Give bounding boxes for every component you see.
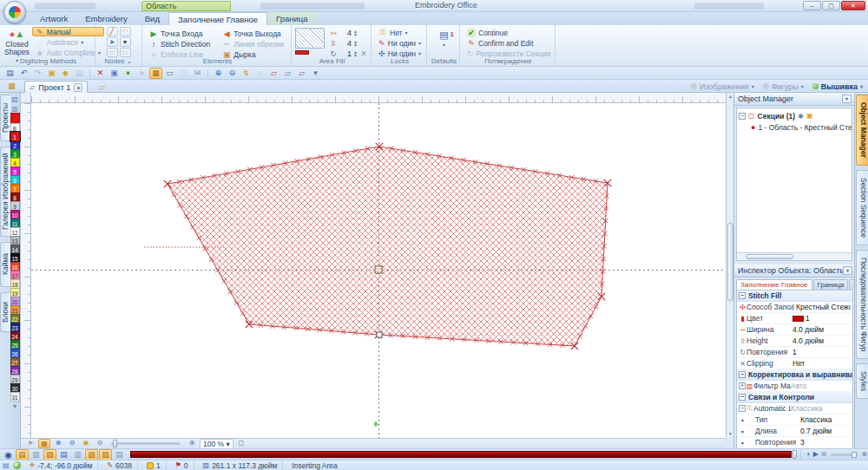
zoom-level-value[interactable]: 100 % ▾ xyxy=(200,439,233,449)
confirm-and-edit-button[interactable]: ✎Confirm and Edit xyxy=(464,38,553,48)
cross-stitch-area[interactable] xyxy=(168,147,608,346)
trim-line-button[interactable]: ━Линия обрезки xyxy=(219,39,287,49)
right-tab-object-manager[interactable]: Object Manager xyxy=(856,95,868,166)
palette-color-1[interactable]: 1 xyxy=(10,132,20,141)
zoom-slider-thumb[interactable] xyxy=(113,440,117,447)
thread-usage-bar[interactable] xyxy=(130,451,792,458)
visibility-icon[interactable]: ◉ xyxy=(798,112,804,120)
lock-all-icon[interactable]: ▣ xyxy=(806,112,813,120)
ribbon-tab-artwork[interactable]: Artwork xyxy=(31,12,76,25)
cell-height-spinner[interactable]: ▲▼ xyxy=(353,40,358,47)
node-tool3-icon[interactable]: ▭ xyxy=(107,48,118,57)
mail-icon[interactable]: ✉ xyxy=(191,68,204,79)
copy-icon[interactable]: ▣ xyxy=(108,68,121,79)
save-block-icon[interactable]: ▤ xyxy=(57,449,70,460)
property-value[interactable]: Классика xyxy=(791,404,823,413)
sim-zoom-minus[interactable]: ⊖ xyxy=(820,450,827,460)
wizard-icon[interactable]: ➤ xyxy=(135,68,148,79)
cut-icon[interactable]: ✕ xyxy=(94,68,107,79)
doc3-icon[interactable]: ▱ xyxy=(295,68,308,79)
simulator-speed-slider[interactable] xyxy=(831,454,858,456)
print-icon[interactable]: ▤ xyxy=(73,68,86,79)
inspector-menu-icon[interactable]: ▾ xyxy=(843,266,852,275)
entry-node-handle[interactable] xyxy=(377,332,382,337)
document-tab[interactable]: ▱ Проект 1 ✕ xyxy=(24,81,88,93)
node-options-dropdown[interactable]: ▾ xyxy=(120,37,131,47)
undo-icon[interactable]: ↶ xyxy=(17,68,30,79)
view-toggle-изображения[interactable]: Изображения▾ xyxy=(691,82,754,91)
minimize-button[interactable]: – xyxy=(803,1,821,10)
node-tool4-icon[interactable]: ▭ xyxy=(120,48,131,57)
vertical-scrollbar[interactable]: ▲ ▼ xyxy=(726,93,733,438)
sim-zoom-plus[interactable]: ⊕ xyxy=(861,450,868,460)
property-value[interactable]: 0.7 дюйм xyxy=(800,427,832,435)
cell-height-value[interactable]: 4 xyxy=(339,39,352,48)
repeat-spinner[interactable]: ▲▼ xyxy=(353,50,358,57)
project-home-icon[interactable]: ▦ xyxy=(5,81,18,92)
application-menu-orb[interactable] xyxy=(3,1,26,23)
stitch-edit-icon[interactable]: ▨ xyxy=(99,449,112,460)
inspector-tab-2[interactable]: Граница xyxy=(813,279,849,290)
drawing-canvas[interactable] xyxy=(31,103,726,438)
om-hscroll-thumb[interactable] xyxy=(746,254,793,259)
ribbon-tab-заполнение-главное[interactable]: Заполнение Главное xyxy=(168,12,267,25)
object-manager-hscroll[interactable] xyxy=(737,252,852,260)
property-value[interactable]: 4.0 дюйм xyxy=(792,336,824,345)
lasso-icon[interactable]: ◌ xyxy=(253,68,266,79)
cell-width-spinner[interactable]: ▲▼ xyxy=(353,29,358,36)
row-expand-icon[interactable]: + xyxy=(739,382,746,389)
doc1-icon[interactable]: ▱ xyxy=(267,68,280,79)
ribbon-tab-вид[interactable]: Вид xyxy=(136,12,168,25)
zoom-out-tool-icon[interactable]: ⊖ xyxy=(66,439,78,448)
continue-button[interactable]: ✔Continue xyxy=(464,28,553,37)
paste-icon[interactable]: ● xyxy=(122,68,135,79)
zoom-in-icon[interactable]: ⊕ xyxy=(212,68,225,79)
pointer-mode-icon[interactable]: ▤ xyxy=(16,449,29,460)
pan-hand-icon[interactable]: ◉ xyxy=(80,439,92,448)
close-button[interactable]: ✕ xyxy=(841,1,865,10)
lightning-icon[interactable]: ↯ xyxy=(240,68,253,79)
redwork-icon[interactable]: ▧ xyxy=(85,449,98,460)
vertical-scroll-thumb[interactable] xyxy=(727,223,733,301)
lock-option-2[interactable]: ✎Ни один▾ xyxy=(375,38,424,48)
fit-view-icon[interactable]: ▦ xyxy=(38,439,50,448)
property-value[interactable]: Классика xyxy=(800,415,832,424)
zoom-extra-button[interactable]: ◻ xyxy=(235,439,247,448)
grid-icon[interactable]: ▦ xyxy=(149,68,162,79)
object-manager-menu-icon[interactable]: ▾ xyxy=(842,95,852,103)
sequence-icon[interactable]: ▨ xyxy=(43,449,56,460)
save-defaults-button[interactable]: ▤1 ▾ xyxy=(431,27,457,58)
select-node-icon[interactable]: ➤ xyxy=(107,37,118,47)
property-value[interactable]: 1 xyxy=(792,314,810,323)
right-tab-section-sequence[interactable]: Section Sequence xyxy=(856,170,868,245)
simulator-slider-thumb[interactable] xyxy=(852,452,857,458)
center-anchor[interactable] xyxy=(375,266,382,273)
line-node-icon[interactable]: ╱ xyxy=(107,27,118,36)
row-expand-icon[interactable]: − xyxy=(739,405,746,412)
property-value[interactable]: Крестный Стежок xyxy=(792,303,851,311)
palette-color-31[interactable]: 31 xyxy=(10,392,20,401)
manual-button[interactable]: ✎Manual xyxy=(32,27,104,36)
property-value[interactable]: 3 xyxy=(800,438,805,447)
curve-node-icon[interactable]: ◠ xyxy=(120,27,131,36)
property-value[interactable]: 1 xyxy=(792,348,797,356)
open-folder-icon[interactable]: ▣ xyxy=(45,68,58,79)
simulator-gauge-icon[interactable]: ◑ xyxy=(805,450,812,460)
sections-root-row[interactable]: − ▢ Секции (1) ◉ ▣ xyxy=(739,110,850,121)
property-value[interactable]: Нет xyxy=(792,359,805,368)
zoom-plus-button[interactable]: ⊕ xyxy=(186,439,198,448)
inspector-tab-1[interactable]: Заполнение Главное xyxy=(736,279,812,290)
palette-tool-icon-1[interactable]: ▧ xyxy=(10,95,20,104)
section-item-row[interactable]: ● 1 - Область - Крестный Стежок - 6032 xyxy=(739,121,850,133)
shape-icon[interactable]: ◻ xyxy=(177,68,190,79)
select-arrow-icon[interactable]: ➤ xyxy=(24,439,36,448)
group-collapse-icon[interactable]: − xyxy=(739,292,746,299)
closed-shapes-button[interactable]: ●▲ Closed Shapes ▾ xyxy=(3,26,30,57)
node-mode-icon[interactable]: ▥ xyxy=(30,449,43,460)
view-toggle-фигуры[interactable]: Фигуры▾ xyxy=(763,82,804,91)
ribbon-tab-embroidery[interactable]: Embroidery xyxy=(76,12,136,25)
simulator-play-button[interactable]: ▶ xyxy=(812,450,819,460)
property-value[interactable]: Авто xyxy=(791,382,807,390)
property-value[interactable]: 4.0 дюйм xyxy=(792,325,824,334)
right-tab-последовательность-фигур[interactable]: Последовательность Фигур xyxy=(856,250,868,359)
